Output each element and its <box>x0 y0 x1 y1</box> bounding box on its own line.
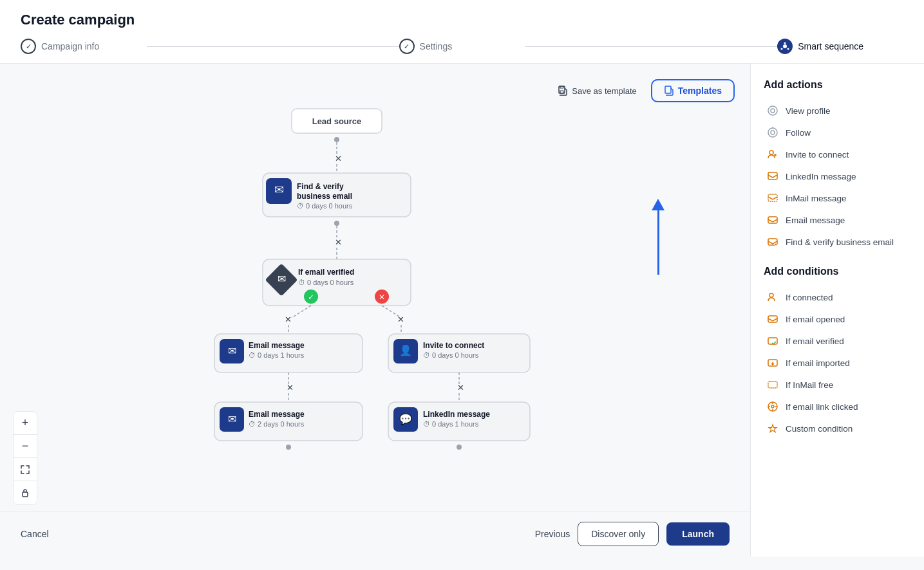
linkedin-message-label: LinkedIn message <box>786 172 856 181</box>
svg-point-3 <box>787 48 789 50</box>
page-title: Create campaign <box>21 12 903 28</box>
svg-rect-6 <box>560 86 563 88</box>
sidebar-item-email-message[interactable]: Email message <box>764 209 911 231</box>
sidebar-item-if-email-imported[interactable]: If email imported <box>764 352 911 374</box>
sidebar-item-custom-condition[interactable]: Custom condition <box>764 418 911 439</box>
view-profile-label: View profile <box>786 106 831 116</box>
step-settings[interactable]: ✓ Settings <box>399 39 525 63</box>
arrow-annotation <box>652 199 665 275</box>
svg-rect-83 <box>768 382 777 388</box>
svg-text:Lead source: Lead source <box>312 116 361 126</box>
svg-point-10 <box>334 137 339 142</box>
step-smart-sequence[interactable]: Smart sequence <box>777 39 903 63</box>
discover-only-button[interactable]: Discover only <box>578 522 659 546</box>
previous-button[interactable]: Previous <box>535 529 570 539</box>
svg-text:⏱ 0 days 0 hours: ⏱ 0 days 0 hours <box>297 202 353 210</box>
footer-right: Previous Discover only Launch <box>535 522 730 546</box>
if-email-verified-label: If email verified <box>786 336 844 346</box>
lock-button[interactable] <box>14 481 37 504</box>
invite-connect-label: Invite to connect <box>786 150 849 160</box>
sidebar-item-follow[interactable]: Follow <box>764 122 911 143</box>
if-email-opened-label: If email opened <box>786 315 845 324</box>
if-inmail-free-label: If InMail free <box>786 380 833 390</box>
save-template-label: Save as template <box>572 86 636 96</box>
svg-point-70 <box>768 128 777 137</box>
linkedin-message-icon <box>766 170 779 183</box>
email-message-1-node[interactable]: ✉ Email message ⏱ 0 days 1 hours <box>214 334 363 372</box>
svg-text:✕: ✕ <box>285 315 292 324</box>
sidebar-item-invite-connect[interactable]: Invite to connect <box>764 143 911 165</box>
email-message-2-node[interactable]: ✉ Email message ⏱ 2 days 0 hours <box>214 402 363 441</box>
find-verify-node[interactable]: ✉ Find & verify business email ⏱ 0 days … <box>263 173 411 217</box>
svg-text:✕: ✕ <box>397 315 404 324</box>
zoom-in-button[interactable]: + <box>14 412 37 435</box>
step-icon-settings: ✓ <box>399 39 415 54</box>
sidebar-item-view-profile[interactable]: View profile <box>764 100 911 122</box>
svg-text:✉: ✉ <box>274 183 283 196</box>
if-connected-label: If connected <box>786 293 833 302</box>
follow-icon <box>766 126 779 139</box>
inmail-message-icon <box>766 192 779 205</box>
svg-point-0 <box>783 44 787 48</box>
sidebar-item-inmail-message[interactable]: InMail message <box>764 187 911 209</box>
zoom-controls: + − <box>13 411 37 505</box>
sidebar-item-if-email-verified[interactable]: If email verified <box>764 330 911 352</box>
step-label-settings: Settings <box>420 41 453 51</box>
svg-text:✉: ✉ <box>277 273 285 284</box>
inmail-message-label: InMail message <box>786 194 847 203</box>
sidebar-item-if-email-link-clicked[interactable]: If email link clicked <box>764 396 911 418</box>
svg-text:⏱ 0 days 0 hours: ⏱ 0 days 0 hours <box>298 279 354 286</box>
zoom-out-button[interactable]: − <box>14 435 37 458</box>
step-campaign-info[interactable]: ✓ Campaign info <box>21 39 147 63</box>
add-conditions-title: Add conditions <box>764 266 911 277</box>
svg-rect-67 <box>23 492 28 497</box>
canvas-toolbar: Save as template Templates <box>550 79 735 102</box>
sidebar-item-find-verify[interactable]: Find & verify business email <box>764 231 911 253</box>
svg-text:✕: ✕ <box>457 383 464 392</box>
zoom-fit-button[interactable] <box>14 458 37 481</box>
sidebar-item-linkedin-message[interactable]: LinkedIn message <box>764 165 911 187</box>
svg-text:Email message: Email message <box>249 410 305 419</box>
sidebar-item-if-email-opened[interactable]: If email opened <box>764 308 911 330</box>
find-verify-sidebar-label: Find & verify business email <box>786 237 894 247</box>
svg-text:✓: ✓ <box>308 293 314 302</box>
custom-condition-icon <box>766 422 779 435</box>
svg-point-60 <box>286 445 291 450</box>
linkedin-message-node[interactable]: 💬 LinkedIn message ⏱ 0 days 1 hours <box>388 402 530 441</box>
templates-label: Templates <box>678 86 722 96</box>
sidebar-item-if-inmail-free[interactable]: If InMail free <box>764 374 911 396</box>
if-email-opened-icon <box>766 313 779 326</box>
step-icon-campaign-info: ✓ <box>21 39 36 54</box>
svg-text:If email verified: If email verified <box>298 268 354 277</box>
svg-point-85 <box>771 405 774 408</box>
add-actions-title: Add actions <box>764 79 911 91</box>
svg-text:✕: ✕ <box>379 293 385 302</box>
templates-button[interactable]: Templates <box>651 79 735 102</box>
invite-connect-icon <box>766 148 779 161</box>
svg-point-1 <box>784 42 786 44</box>
save-icon <box>558 86 568 96</box>
launch-button[interactable]: Launch <box>666 522 730 546</box>
if-email-verified-node[interactable]: ✉ If email verified ⏱ 0 days 0 hours ✓ ✕ <box>263 259 411 306</box>
svg-text:✕: ✕ <box>287 383 294 392</box>
svg-point-79 <box>769 293 773 297</box>
svg-text:Email message: Email message <box>249 341 305 350</box>
svg-rect-4 <box>559 86 565 93</box>
cancel-button[interactable]: Cancel <box>21 529 49 539</box>
lead-source-node[interactable]: Lead source <box>292 109 382 133</box>
svg-text:⏱ 0 days 0 hours: ⏱ 0 days 0 hours <box>423 351 479 359</box>
email-message-icon <box>766 214 779 226</box>
canvas-area: Save as template Templates Lead source <box>0 64 750 556</box>
if-connected-icon <box>766 291 779 304</box>
invite-to-connect-node[interactable]: 👤 Invite to connect ⏱ 0 days 0 hours <box>388 334 530 372</box>
svg-rect-7 <box>665 86 671 93</box>
svg-point-2 <box>781 48 783 50</box>
save-template-button[interactable]: Save as template <box>550 80 644 101</box>
svg-text:business email: business email <box>297 192 352 201</box>
email-message-label: Email message <box>786 216 845 225</box>
svg-text:✕: ✕ <box>335 154 342 163</box>
sidebar: Add actions View profile Follow Invite t… <box>750 64 924 556</box>
svg-point-69 <box>771 109 775 113</box>
if-inmail-free-icon <box>766 378 779 391</box>
sidebar-item-if-connected[interactable]: If connected <box>764 286 911 308</box>
